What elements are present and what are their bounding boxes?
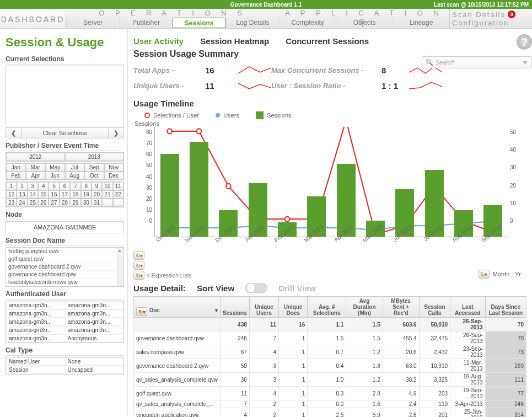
subtab-complexity[interactable]: Complexity [279, 18, 336, 28]
cycle-icon[interactable]: ↻▾ [133, 261, 144, 270]
column-header[interactable]: ↻▾Doc ▾ [134, 297, 221, 318]
dimension-cycle[interactable]: ↻▾ Month - Yr [479, 270, 521, 279]
help-icon[interactable]: ? [517, 34, 532, 50]
table-row[interactable]: 43811161.11.5603.650,01026-Sep-201370 [134, 318, 526, 332]
summary-grid: Total Apps - 16 Max Concurrent Sessions … [133, 65, 526, 91]
view-toggle[interactable] [245, 283, 267, 293]
unique-users-label: Unique Users - [133, 82, 205, 90]
table-row[interactable]: qv_sales_analysis_complete.qvw30311.01.2… [134, 373, 526, 387]
day-picker[interactable]: 1234567891011121314151617181920212223242… [6, 181, 124, 207]
usage-detail-table[interactable]: ↻▾Doc ▾SessionsUnique UsersUnique DocsAv… [133, 296, 526, 417]
alert-badge[interactable]: 3 [508, 10, 515, 18]
subtab-publisher[interactable]: Publisher [119, 18, 172, 28]
max-conc-label: Max Concurrent Sessions - [271, 66, 381, 74]
unique-users-value: 11 [205, 81, 238, 90]
product-name: Governance Dashboard 1.1 [230, 2, 302, 8]
column-header[interactable]: Days Since Last Session [485, 297, 526, 318]
table-row[interactable]: governance dashboard 2.qvw50310.41.863.0… [134, 359, 526, 373]
event-time-header: Publisher / Server Event Time [6, 142, 124, 151]
expression-lists-label: < Expression Lists [147, 272, 191, 279]
subtab-server[interactable]: Server [66, 18, 119, 28]
search-input[interactable]: 🔍 Search ▼ [422, 56, 532, 68]
listbox-scrollbar[interactable] [117, 248, 123, 286]
sparkline-total-apps [238, 65, 271, 76]
tab-dashboard[interactable]: DASHBOARD [0, 10, 66, 28]
tab-session-heatmap[interactable]: Session Heatmap [200, 36, 269, 46]
drill-view-label[interactable]: Drill View [278, 284, 315, 293]
list-item[interactable]: firstbigquerytest.qvw [6, 248, 123, 255]
cal-type-listbox[interactable]: Named UserNoneSessionUncapped [6, 357, 124, 375]
left-panel: Session & Usage Current Selections ❮ Cle… [0, 29, 128, 417]
cycle-icon[interactable]: ↻▾ [133, 271, 144, 280]
tab-concurrent-sessions[interactable]: Concurrent Sessions [286, 36, 369, 46]
subtab-lineage[interactable]: Lineage [393, 18, 449, 28]
scan-details-panel: Scan Details3 Configuration [449, 9, 532, 28]
expression-lists-cycle[interactable]: ↻▾ ↻▾ ↻▾< Expression Lists [133, 251, 191, 280]
cal-type-header: Cal Type [6, 346, 124, 356]
search-icon: 🔍 [426, 59, 433, 66]
year-picker[interactable]: 20122013 [6, 152, 124, 162]
auth-user-listbox[interactable]: amazona-gm3n...amazona-gm3n...amazona-gm… [6, 301, 124, 343]
app-header-bar: Governance Dashboard 1.1 Last scan @ 10/… [0, 0, 532, 9]
column-header[interactable]: Session Calls [419, 297, 450, 318]
ratio-value: 1 : 1 [381, 81, 409, 90]
list-item[interactable]: loadonlysalesorderrows.qvw [6, 279, 123, 286]
table-row[interactable]: vinguiden application.qvw4212.55.92.8201… [134, 408, 526, 418]
chart-legend: Selections / User Users Sessions [144, 111, 526, 119]
column-header[interactable]: Unique Users [249, 297, 278, 318]
max-conc-value: 8 [381, 66, 409, 75]
clear-selections-button[interactable]: Clear Selections [22, 128, 108, 138]
table-row[interactable]: golf quest.qvw11410.32.84.920319-Sep-201… [134, 387, 526, 400]
node-value[interactable]: AMAZONA-GM3NMBE [6, 221, 124, 233]
column-header[interactable]: MBytes Sent + Rec'd [383, 297, 419, 318]
cycle-icon[interactable]: ↻▾ [136, 307, 147, 316]
column-header[interactable]: Last Accessed [450, 297, 486, 318]
chevron-down-icon[interactable]: ▼ [522, 59, 528, 66]
total-apps-label: Total Apps - [133, 66, 205, 74]
column-header[interactable]: Avg. # Selections [308, 297, 346, 318]
list-item[interactable]: golf quest.qvw [6, 255, 123, 263]
column-header[interactable]: Sessions [220, 297, 249, 318]
session-doc-header: Session Doc Name [6, 237, 124, 246]
timeline-title: Usage Timeline [133, 99, 526, 108]
session-doc-listbox[interactable]: firstbigquerytest.qvwgolf quest.qvwgover… [6, 247, 124, 287]
subtab-log-details[interactable]: Log Details [226, 18, 279, 28]
search-placeholder: Search [436, 59, 455, 66]
scan-details-label[interactable]: Scan Details [452, 10, 506, 19]
tab-user-activity[interactable]: User Activity [133, 36, 184, 46]
legend-marker-sessions [256, 111, 264, 119]
month-picker[interactable]: JanMarMayJulSepNovFebAprJunAugOctDec [6, 163, 124, 180]
table-row[interactable]: governance dashboard.qvw248711.51.5455.4… [134, 332, 526, 345]
tab-applications-group: A P P L I C A T I O N S ComplexityObject… [279, 9, 449, 28]
dimension-label: Month - Yr [493, 271, 521, 277]
tab-applications-title[interactable]: A P P L I C A T I O N S [279, 9, 449, 18]
selection-forward-button[interactable]: ❯ [108, 128, 123, 138]
table-row[interactable]: qv_sales_analysis_complete_...7210.01.62… [134, 400, 526, 408]
page-title: Session & Usage [6, 35, 124, 50]
column-header[interactable]: Avg Duration (Min) [346, 297, 383, 318]
list-item[interactable]: governance dashboard 2.qvw [6, 263, 123, 271]
list-item[interactable]: governance dashboard.qvw [6, 271, 123, 279]
cycle-icon[interactable]: ↻▾ [133, 251, 144, 260]
sparkline-unique-users [238, 80, 271, 91]
node-header: Node [6, 211, 124, 220]
sort-view-label[interactable]: Sort View [197, 284, 234, 293]
column-header[interactable]: Unique Docs [279, 297, 308, 318]
table-row[interactable]: sales compass.qvw67410.71.220.62,43223-S… [134, 345, 526, 359]
sparkline-ratio [409, 80, 442, 91]
current-selections-box[interactable] [6, 66, 124, 126]
cycle-icon[interactable]: ↻▾ [479, 270, 490, 279]
selection-nav: ❮ Clear Selections ❯ [6, 127, 124, 138]
tab-operations-title[interactable]: O P E R A T I O N S [66, 9, 279, 18]
subtab-sessions[interactable]: Sessions [173, 18, 226, 28]
tab-operations-group: O P E R A T I O N S ServerPublisherSessi… [66, 9, 279, 28]
selection-back-button[interactable]: ❮ [6, 128, 22, 138]
configuration-link[interactable]: Configuration [452, 19, 509, 27]
subtab-objects[interactable]: Objects [336, 18, 393, 28]
last-scan-text: Last scan @ 10/15/2013 12:17:52 PM [434, 2, 529, 8]
total-apps-value: 16 [205, 66, 238, 75]
usage-detail-title: Usage Detail: [133, 284, 186, 293]
usage-timeline-chart[interactable]: 80706050403020100 50403020100 [136, 127, 526, 237]
detail-header: Usage Detail: Sort View Drill View [133, 283, 526, 293]
y-axis-title: Sessions [135, 120, 526, 127]
